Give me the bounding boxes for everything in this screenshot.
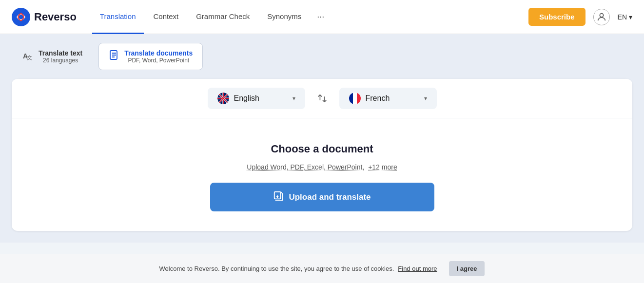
logo[interactable]: Reverso (12, 8, 77, 26)
svg-point-1 (600, 13, 603, 17)
upload-title: Choose a document (271, 143, 373, 155)
swap-icon (317, 93, 328, 104)
nav-synonyms[interactable]: Synonyms (259, 0, 309, 34)
language-bar: English ▾ French ▾ (12, 79, 632, 118)
nav-more-button[interactable]: ··· (311, 8, 330, 26)
svg-text:文: 文 (27, 55, 32, 60)
cookie-banner: Welcome to Reverso. By continuing to use… (0, 254, 644, 283)
upload-icon (273, 190, 284, 204)
uk-flag-icon (217, 93, 229, 104)
document-icon (109, 50, 119, 64)
upload-area: Choose a document Upload Word, PDF, Exce… (12, 118, 632, 231)
target-language-selector[interactable]: French ▾ (339, 88, 437, 109)
header-right: Subscribe EN ▾ (528, 8, 632, 26)
tab-translate-text[interactable]: A 文 Translate text 26 languages (12, 43, 93, 70)
nav-translation[interactable]: Translation (92, 0, 144, 34)
french-flag-icon (349, 93, 361, 104)
subscribe-button[interactable]: Subscribe (528, 8, 585, 26)
source-language-label: English (234, 94, 259, 103)
translate-text-icon: A 文 (22, 50, 34, 64)
nav-context[interactable]: Context (146, 0, 187, 34)
chevron-down-icon: ▾ (629, 13, 632, 21)
user-icon[interactable] (593, 9, 610, 25)
cookie-agree-button[interactable]: I agree (449, 261, 485, 276)
upload-subtitle: Upload Word, PDF, Excel, PowerPoint, +12… (247, 163, 397, 171)
logo-text: Reverso (34, 11, 77, 23)
cookie-text: Welcome to Reverso. By continuing to use… (159, 265, 394, 272)
upload-and-translate-button[interactable]: Upload and translate (210, 183, 434, 211)
more-formats-link[interactable]: +12 more (368, 163, 397, 171)
source-lang-chevron-icon: ▾ (293, 95, 295, 102)
tab-translate-documents[interactable]: Translate documents PDF, Word, PowerPoin… (98, 43, 203, 70)
cookie-find-out-more-link[interactable]: Find out more (398, 265, 437, 272)
lang-selector[interactable]: EN ▾ (618, 13, 632, 21)
target-language-label: French (366, 94, 390, 103)
svg-point-0 (12, 8, 30, 26)
header: Reverso Translation Context Grammar Chec… (0, 0, 644, 34)
main-nav: Translation Context Grammar Check Synony… (92, 0, 513, 34)
translation-card: English ▾ French ▾ (12, 79, 632, 231)
source-language-selector[interactable]: English ▾ (208, 88, 305, 109)
swap-languages-button[interactable] (313, 89, 332, 108)
main-content: English ▾ French ▾ (0, 79, 644, 243)
target-lang-chevron-icon: ▾ (424, 95, 427, 102)
user-avatar-icon (596, 12, 607, 22)
tabs-section: A 文 Translate text 26 languages Translat… (0, 34, 644, 79)
reverso-logo-icon (12, 8, 30, 26)
nav-grammar-check[interactable]: Grammar Check (188, 0, 257, 34)
